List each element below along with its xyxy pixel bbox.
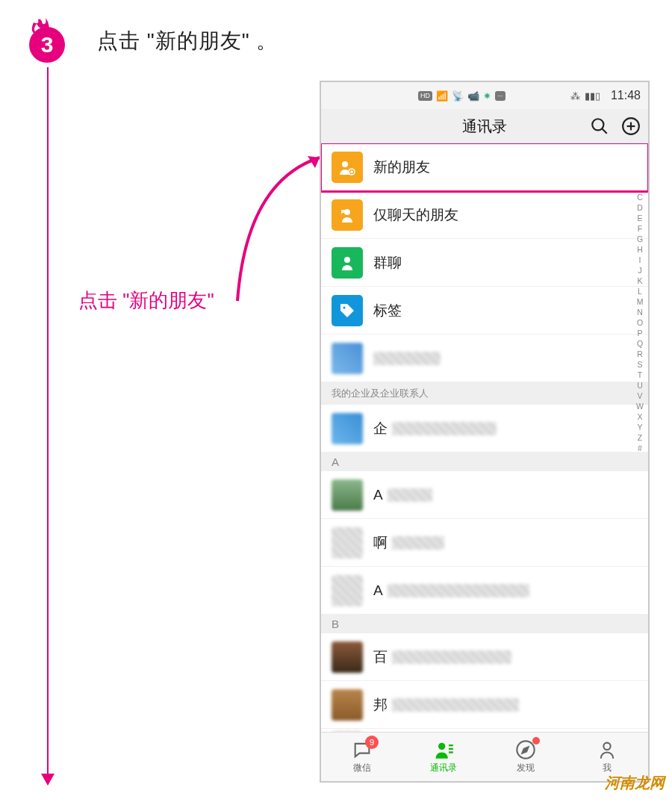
index-letter[interactable]: N (637, 308, 643, 317)
contact-name-blurred (388, 488, 432, 502)
person-icon (597, 739, 617, 760)
contact-name-blurred (388, 584, 529, 597)
row-tags[interactable]: 标签 (321, 287, 648, 335)
row-label: 群聊 (373, 253, 402, 273)
status-bar: HD 📶 📡 📹 ✷ ··· ⁂ ▮▮▯ 11:48 (321, 82, 648, 109)
row-contact-a2[interactable]: 啊 (321, 519, 648, 567)
add-friend-icon (332, 152, 363, 183)
index-letter[interactable]: Y (637, 423, 642, 432)
row-contact-blurred[interactable] (321, 335, 648, 382)
index-letter[interactable]: R (637, 349, 643, 358)
contact-name-blurred (392, 422, 497, 435)
contact-name-blurred (373, 352, 441, 365)
index-letter[interactable]: E (637, 214, 642, 223)
avatar (332, 527, 363, 559)
avatar (332, 731, 363, 733)
index-letter[interactable]: P (637, 329, 642, 338)
avatar (332, 413, 363, 444)
alpha-index-bar[interactable]: ↑☆ABCDEFGHIJKLMNOPQRSTUVWXYZ# (635, 151, 645, 687)
index-letter[interactable]: T (638, 370, 642, 379)
index-letter[interactable]: J (638, 266, 641, 275)
section-letter-a: A (321, 453, 648, 471)
tab-label: 我 (603, 762, 612, 774)
contact-name-blurred (392, 698, 519, 712)
row-contact-a3[interactable]: A (321, 567, 648, 615)
avatar (332, 641, 363, 673)
tab-discover[interactable]: 发现 (485, 733, 567, 781)
index-letter[interactable]: X (637, 412, 642, 421)
index-letter[interactable]: I (639, 255, 641, 264)
index-letter[interactable]: D (637, 203, 643, 212)
index-letter[interactable]: O (637, 318, 643, 327)
index-letter[interactable]: S (637, 360, 642, 369)
add-icon[interactable] (621, 116, 641, 136)
svg-point-11 (343, 306, 345, 308)
search-icon[interactable] (590, 116, 609, 136)
tag-icon (332, 295, 363, 326)
tab-contacts[interactable]: 通讯录 (403, 733, 485, 781)
row-enterprise-contact[interactable]: 企 (321, 405, 648, 453)
contact-name-prefix: 企 (373, 419, 388, 438)
section-letter-b: B (321, 615, 648, 633)
contact-name-prefix: A (373, 582, 383, 599)
contacts-icon (433, 739, 454, 760)
row-contact-b1[interactable]: 百 (321, 633, 648, 681)
contact-name-blurred (392, 536, 444, 550)
sync-icon: ✷ (483, 90, 491, 102)
tab-bar: 9 微信 通讯录 发现 我 (321, 732, 648, 781)
navbar: 通讯录 (321, 109, 648, 143)
index-letter[interactable]: K (637, 276, 642, 285)
avatar (332, 575, 363, 606)
svg-point-9 (344, 209, 350, 215)
index-letter[interactable]: M (637, 297, 644, 306)
row-contact-partial[interactable] (321, 729, 648, 732)
avatar (332, 689, 363, 721)
index-letter[interactable]: U (637, 381, 643, 390)
row-label: 新的朋友 (373, 158, 430, 177)
timeline-line (47, 67, 49, 784)
index-letter[interactable]: L (638, 287, 642, 296)
row-label: 标签 (373, 301, 402, 320)
contact-name-prefix: 啊 (373, 533, 388, 553)
row-contact-b2[interactable]: 邦 (321, 681, 648, 729)
tab-label: 发现 (517, 762, 535, 774)
index-letter[interactable]: # (638, 444, 642, 453)
index-letter[interactable]: C (637, 193, 643, 202)
navbar-title: 通讯录 (462, 116, 507, 137)
svg-point-10 (344, 257, 350, 263)
row-chat-only-friends[interactable]: 仅聊天的朋友 (321, 191, 648, 239)
index-letter[interactable]: G (637, 234, 643, 243)
tab-label: 通讯录 (430, 762, 457, 774)
bluetooth-icon: ⁂ (570, 90, 580, 102)
row-contact-a1[interactable]: A (321, 471, 648, 519)
tab-me[interactable]: 我 (567, 733, 649, 781)
row-new-friends[interactable]: 新的朋友 (321, 143, 648, 191)
step-number: 3 (41, 32, 54, 57)
contact-name-prefix: 邦 (373, 695, 388, 715)
callout-arrow-icon (224, 152, 329, 308)
svg-point-0 (592, 119, 603, 130)
svg-point-5 (342, 161, 348, 167)
index-letter[interactable]: V (637, 391, 642, 400)
svg-point-17 (604, 743, 611, 750)
tab-label: 微信 (353, 762, 371, 774)
battery-icon: ▮▮▯ (585, 90, 600, 102)
unread-badge: 9 (365, 736, 379, 749)
contact-name-prefix: A (373, 487, 383, 503)
row-group-chat[interactable]: 群聊 (321, 239, 648, 287)
avatar (332, 343, 363, 374)
index-letter[interactable]: H (637, 245, 643, 254)
index-letter[interactable]: Q (637, 339, 643, 348)
callout-label: 点击 "新的朋友" (78, 287, 214, 314)
index-letter[interactable]: F (638, 224, 642, 233)
contacts-list: 新的朋友 仅聊天的朋友 群聊 标签 我的企业及企业联系人 (321, 143, 648, 732)
wifi-icon: 📡 (452, 90, 464, 102)
hd-icon: HD (418, 91, 432, 101)
index-letter[interactable]: W (636, 402, 644, 411)
chip-icon: ··· (495, 91, 505, 101)
index-letter[interactable]: Z (638, 433, 642, 442)
svg-line-1 (602, 128, 607, 134)
tab-wechat[interactable]: 9 微信 (321, 733, 403, 781)
chat-friend-icon (332, 199, 363, 231)
svg-point-12 (438, 743, 445, 750)
